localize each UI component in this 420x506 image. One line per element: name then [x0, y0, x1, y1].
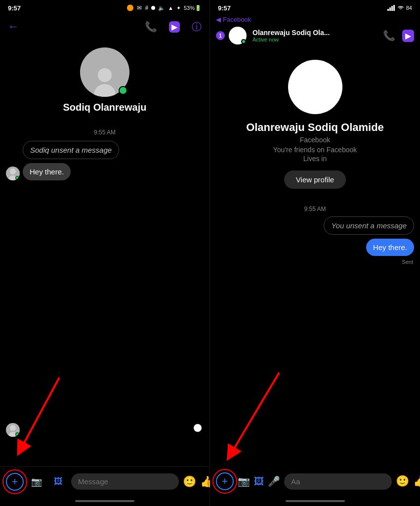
- hash-icon: #: [145, 4, 148, 11]
- left-status-bar: 9:57 🟠 ✉ # 🔈 ▲ ✦ 53%🔋: [0, 0, 210, 16]
- right-phone-icon[interactable]: 📞: [383, 30, 395, 42]
- left-panel: 9:57 🟠 ✉ # 🔈 ▲ ✦ 53%🔋 ← 📞 ▶ ⓘ: [0, 0, 210, 506]
- right-battery: 84: [406, 5, 412, 11]
- right-contact-name: Olanrewaju Sodiq Ola...: [252, 29, 375, 37]
- right-friends-text: You're friends on Facebook: [273, 146, 357, 154]
- right-image-button[interactable]: 🖼: [254, 476, 264, 487]
- svg-line-0: [21, 378, 59, 449]
- left-chat-area: 9:55 AM Sodiq unsent a message Hey there…: [0, 121, 210, 466]
- left-image-button[interactable]: 🖼: [49, 473, 67, 491]
- left-status-time: 9:57: [8, 4, 21, 12]
- left-unsent-bubble: Sodiq unsent a message: [23, 141, 119, 159]
- right-mic-button[interactable]: 🎤: [268, 475, 280, 487]
- back-chevron-icon: ◀: [216, 16, 221, 23]
- left-profile-section: Sodiq Olanrewaju: [0, 38, 210, 121]
- left-status-icons: 🟠 ✉ # 🔈 ▲ ✦ 53%🔋: [126, 4, 202, 11]
- battery-icon: 53%🔋: [184, 5, 202, 11]
- right-platform: Facebook: [300, 136, 330, 144]
- left-msg-avatar: [6, 167, 20, 180]
- left-bottom-avatar: [6, 423, 20, 437]
- right-panel: 9:57 84 ◀ Facebook 1: [210, 0, 420, 506]
- left-plus-button[interactable]: +: [6, 473, 24, 491]
- left-profile-name: Sodiq Olanrewaju: [63, 102, 147, 113]
- phone-icon[interactable]: 📞: [145, 21, 157, 33]
- right-input-bar: + 📷 🖼 🎤 🙂 👍: [210, 466, 420, 496]
- right-unsent-bubble: You unsent a message: [324, 216, 414, 235]
- right-large-avatar: [288, 60, 342, 114]
- status-dot: [151, 6, 155, 10]
- left-hey-row: Hey there.: [0, 162, 210, 181]
- left-home-bar: [75, 500, 134, 502]
- right-contact-avatar-wrapper: [229, 27, 247, 44]
- signal-icon: [387, 5, 395, 11]
- view-profile-button[interactable]: View profile: [284, 170, 346, 189]
- right-chat-area: 9:55 AM You unsent a message Hey there. …: [210, 201, 420, 466]
- right-home-indicator: [210, 496, 420, 506]
- right-contact-info: Olanrewaju Sodiq Ola... Active now: [252, 29, 375, 42]
- right-status-icons: 84: [387, 5, 412, 11]
- right-thumb-button[interactable]: 👍: [413, 475, 420, 488]
- svg-rect-3: [391, 6, 393, 11]
- svg-rect-4: [393, 5, 395, 11]
- left-hey-bubble: Hey there.: [23, 163, 71, 180]
- video-icon[interactable]: ▶: [169, 21, 180, 33]
- right-message-input[interactable]: [284, 473, 392, 490]
- unread-indicator: [194, 424, 202, 432]
- right-video-icon[interactable]: ▶: [402, 30, 414, 42]
- left-unsent-row: Sodiq unsent a message: [0, 140, 210, 160]
- right-status-bar: 9:57 84: [210, 0, 420, 16]
- right-hey-bubble: Hey there.: [366, 239, 414, 256]
- svg-rect-1: [387, 9, 389, 11]
- right-lives-text: Lives in: [303, 155, 327, 163]
- right-sent-label: Sent: [210, 259, 413, 265]
- right-emoji-button[interactable]: 🙂: [396, 475, 409, 488]
- red-arrow-annotation: [0, 368, 99, 466]
- right-red-arrow-annotation: [210, 363, 319, 466]
- right-online-dot: [241, 39, 246, 44]
- facebook-back[interactable]: ◀ Facebook: [210, 16, 420, 23]
- right-unsent-row: You unsent a message: [210, 215, 420, 236]
- right-top-nav: 1 Olanrewaju Sodiq Ola... Active now 📞 ▶: [210, 23, 420, 48]
- left-emoji-button[interactable]: 🙂: [183, 475, 196, 488]
- left-input-bar: + 📷 🖼 🙂 👍: [0, 466, 210, 496]
- right-active-status: Active now: [252, 37, 375, 42]
- email-icon: ✉: [137, 4, 142, 11]
- svg-line-5: [231, 373, 279, 454]
- bluetooth-icon: ✦: [176, 5, 181, 11]
- info-icon[interactable]: ⓘ: [192, 20, 202, 34]
- right-hey-row: Hey there.: [210, 238, 420, 257]
- left-camera-button[interactable]: 📷: [28, 473, 45, 491]
- right-full-name: Olanrewaju Sodiq Olamide: [246, 121, 384, 134]
- right-camera-button[interactable]: 📷: [238, 475, 250, 487]
- notification-badge: 1: [216, 31, 225, 40]
- messenger-icon: 🟠: [126, 4, 134, 11]
- left-online-dot: [119, 86, 127, 95]
- right-plus-button[interactable]: +: [216, 472, 234, 490]
- volume-icon: 🔈: [158, 5, 165, 11]
- right-home-bar: [286, 500, 345, 502]
- right-status-time: 9:57: [218, 4, 231, 12]
- wifi-icon: ▲: [168, 5, 173, 11]
- left-timestamp: 9:55 AM: [0, 129, 210, 136]
- wifi-icon: [397, 5, 404, 11]
- left-avatar-wrapper: [80, 47, 129, 97]
- svg-rect-2: [389, 7, 391, 11]
- right-profile-card: Olanrewaju Sodiq Olamide Facebook You're…: [210, 48, 420, 201]
- right-timestamp: 9:55 AM: [210, 206, 420, 212]
- left-message-input[interactable]: [71, 473, 179, 490]
- back-arrow-icon[interactable]: ←: [8, 20, 19, 33]
- left-top-nav: ← 📞 ▶ ⓘ: [0, 16, 210, 38]
- back-label: Facebook: [223, 16, 251, 23]
- left-home-indicator: [0, 496, 210, 506]
